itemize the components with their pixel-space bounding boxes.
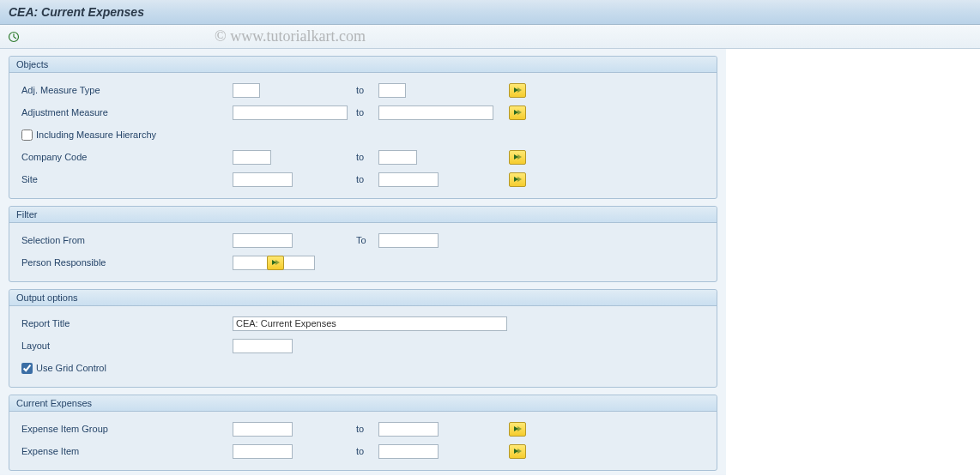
selection-from-input[interactable] <box>233 233 293 248</box>
to-label: To <box>353 235 378 245</box>
group-header-filter: Filter <box>9 207 717 223</box>
to-label: to <box>353 424 378 434</box>
application-toolbar: © www.tutorialkart.com <box>0 25 980 49</box>
page-title: CEA: Current Expenses <box>9 5 144 19</box>
label-including-hierarchy: Including Measure Hierarchy <box>36 130 156 140</box>
multiple-selection-icon <box>513 109 522 116</box>
row-layout: Layout <box>18 335 708 356</box>
group-header-objects: Objects <box>9 57 717 73</box>
row-including-hierarchy: Including Measure Hierarchy <box>18 124 708 145</box>
expense-item-to-input[interactable] <box>378 444 439 459</box>
group-filter: Filter Selection From To Person Responsi… <box>9 206 717 282</box>
adj-measure-type-from-input[interactable] <box>233 83 260 98</box>
company-code-to-input[interactable] <box>378 150 417 165</box>
row-adjustment-measure: Adjustment Measure to <box>18 102 708 123</box>
including-hierarchy-checkbox[interactable] <box>21 130 33 141</box>
to-label: to <box>353 446 378 456</box>
group-header-output: Output options <box>9 290 717 306</box>
to-label: to <box>353 152 378 162</box>
execute-button[interactable] <box>5 28 22 45</box>
group-output-options: Output options Report Title Layout Use G… <box>9 289 717 388</box>
row-use-grid: Use Grid Control <box>18 358 708 378</box>
expense-item-group-to-input[interactable] <box>378 422 439 437</box>
multiple-selection-icon <box>271 259 280 266</box>
expense-item-multi-button[interactable] <box>509 444 526 459</box>
group-objects: Objects Adj. Measure Type to Adjustment … <box>9 56 717 199</box>
multiple-selection-icon <box>513 448 522 455</box>
expense-item-group-from-input[interactable] <box>233 422 293 437</box>
label-person-responsible: Person Responsible <box>18 257 233 268</box>
page-title-bar: CEA: Current Expenses <box>0 0 980 25</box>
adjustment-measure-multi-button[interactable] <box>509 105 526 120</box>
layout-input[interactable] <box>233 339 293 353</box>
company-code-from-input[interactable] <box>233 150 271 165</box>
to-label: to <box>353 174 378 184</box>
execute-icon <box>8 31 20 43</box>
group-header-current-expenses: Current Expenses <box>9 395 717 412</box>
to-label: to <box>353 107 378 117</box>
multiple-selection-icon <box>513 154 522 160</box>
row-company-code: Company Code to <box>18 147 708 167</box>
multiple-selection-icon <box>513 425 522 432</box>
svg-line-2 <box>14 37 16 39</box>
watermark-text: © www.tutorialkart.com <box>215 27 366 45</box>
multiple-selection-icon <box>513 176 522 183</box>
selection-screen: Objects Adj. Measure Type to Adjustment … <box>0 49 726 475</box>
adjustment-measure-to-input[interactable] <box>378 105 493 120</box>
row-report-title: Report Title <box>18 313 708 334</box>
row-site: Site to <box>18 169 708 190</box>
expense-item-from-input[interactable] <box>233 444 293 459</box>
group-current-expenses: Current Expenses Expense Item Group to E… <box>9 395 717 471</box>
site-to-input[interactable] <box>378 172 439 187</box>
adjustment-measure-from-input[interactable] <box>233 105 348 120</box>
label-adjustment-measure: Adjustment Measure <box>18 107 233 117</box>
row-selection-from: Selection From To <box>18 230 708 250</box>
selection-to-input[interactable] <box>378 233 439 248</box>
use-grid-checkbox[interactable] <box>21 363 33 374</box>
blank-area <box>726 49 980 475</box>
site-multi-button[interactable] <box>509 172 526 187</box>
company-code-multi-button[interactable] <box>509 150 526 165</box>
site-from-input[interactable] <box>233 172 293 187</box>
label-expense-item: Expense Item <box>18 446 233 456</box>
multiple-selection-icon <box>513 87 522 93</box>
label-expense-item-group: Expense Item Group <box>18 424 233 434</box>
label-use-grid: Use Grid Control <box>36 363 106 373</box>
label-site: Site <box>18 174 233 184</box>
adj-measure-type-multi-button[interactable] <box>509 83 526 98</box>
adj-measure-type-to-input[interactable] <box>378 83 406 98</box>
label-layout: Layout <box>18 340 233 351</box>
expense-item-group-multi-button[interactable] <box>509 422 526 437</box>
label-selection-from: Selection From <box>18 235 233 245</box>
to-label: to <box>353 85 378 95</box>
row-person-responsible: Person Responsible <box>18 252 708 273</box>
label-adj-measure-type: Adj. Measure Type <box>18 85 233 95</box>
row-expense-item-group: Expense Item Group to <box>18 419 708 439</box>
label-report-title: Report Title <box>18 318 233 328</box>
label-company-code: Company Code <box>18 152 233 162</box>
person-responsible-multi-button[interactable] <box>267 256 284 270</box>
row-expense-item: Expense Item to <box>18 441 708 461</box>
row-adj-measure-type: Adj. Measure Type to <box>18 80 708 100</box>
report-title-input[interactable] <box>233 316 507 331</box>
